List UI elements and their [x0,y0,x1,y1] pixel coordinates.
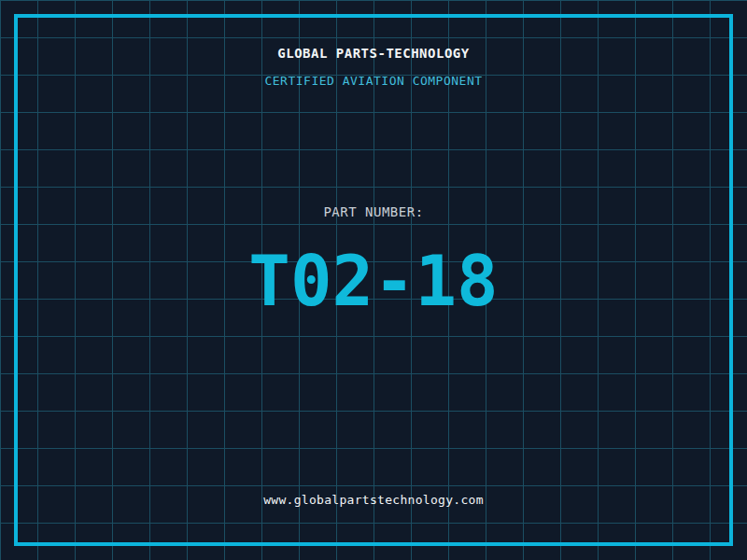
company-title: GLOBAL PARTS-TECHNOLOGY [0,47,747,60]
part-number-label: PART NUMBER: [0,205,747,218]
certification-subtitle: CERTIFIED AVIATION COMPONENT [0,75,747,87]
website-url: www.globalpartstechnology.com [0,494,747,506]
blueprint-label-page: { "theme": { "background": "#0f1928", "g… [0,0,747,560]
part-number-value: T02-18 [0,246,747,315]
